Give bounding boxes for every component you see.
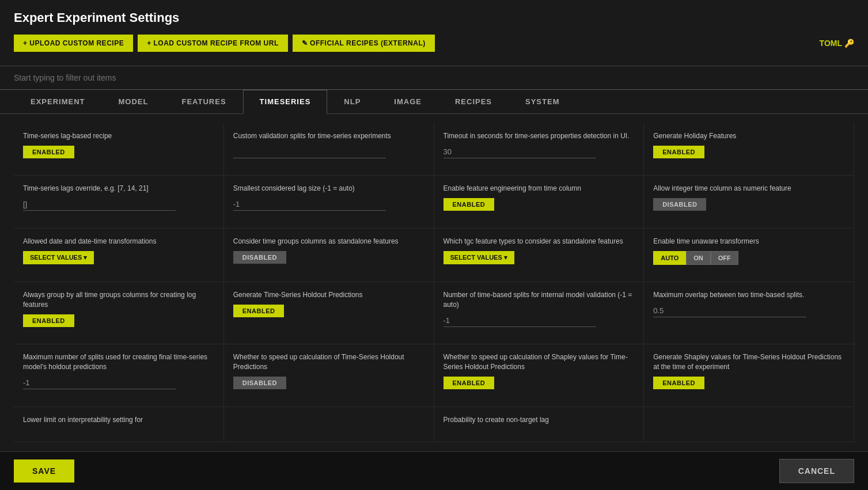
tab-model[interactable]: MODEL bbox=[102, 90, 165, 113]
toggle-off[interactable]: OFF bbox=[711, 251, 738, 265]
enabled-btn-holiday[interactable]: ENABLED bbox=[653, 146, 704, 158]
tab-timeseries[interactable]: TIMESERIES bbox=[243, 90, 328, 114]
setting-group-time-groups: Always group by all time groups columns … bbox=[14, 282, 224, 344]
setting-generate-shapley: Generate Shapley values for Time-Series … bbox=[644, 344, 854, 407]
setting-max-splits-holdout: Maximum number of splits used for creati… bbox=[14, 344, 224, 407]
toml-label[interactable]: TOML 🔑 bbox=[820, 39, 854, 48]
enabled-btn-gen-shapley[interactable]: ENABLED bbox=[653, 377, 704, 389]
setting-speed-shapley: Whether to speed up calculation of Shapl… bbox=[434, 344, 645, 407]
enabled-btn-feat-eng[interactable]: ENABLED bbox=[444, 198, 495, 211]
toggle-auto[interactable]: AUTO bbox=[653, 251, 686, 265]
save-button[interactable]: SAVE bbox=[14, 459, 74, 483]
input-lags-override[interactable] bbox=[23, 198, 176, 211]
disabled-btn-speed-holdout[interactable]: DISABLED bbox=[233, 377, 286, 389]
setting-feature-engineering-time: Enable feature engineering from time col… bbox=[434, 176, 645, 228]
setting-non-target-lag: Probability to create non-target lag bbox=[434, 407, 645, 442]
setting-generate-holiday: Generate Holiday Features ENABLED bbox=[644, 123, 854, 176]
toolbar: + UPLOAD CUSTOM RECIPE + LOAD CUSTOM REC… bbox=[14, 35, 854, 52]
input-timeout[interactable] bbox=[444, 146, 596, 158]
setting-timeseries-lag-recipe: Time-series lag-based recipe ENABLED bbox=[14, 123, 224, 176]
enabled-btn-speed-shapley[interactable]: ENABLED bbox=[444, 377, 495, 389]
footer: SAVE CANCEL bbox=[0, 451, 868, 490]
toggle-on[interactable]: ON bbox=[686, 251, 711, 265]
setting-speed-holdout: Whether to speed up calculation of Time-… bbox=[224, 344, 434, 407]
tab-nlp[interactable]: NLP bbox=[327, 90, 377, 113]
official-recipes-button[interactable]: ✎ OFFICIAL RECIPES (EXTERNAL) bbox=[293, 35, 435, 52]
setting-timeout-detection: Timeout in seconds for time-series prope… bbox=[434, 123, 645, 176]
disabled-btn-time-groups[interactable]: DISABLED bbox=[233, 251, 286, 264]
enabled-btn-lag-recipe[interactable]: ENABLED bbox=[23, 146, 74, 158]
input-custom-validation[interactable] bbox=[233, 146, 386, 158]
setting-max-overlap: Maximum overlap between two time-based s… bbox=[644, 282, 854, 344]
setting-time-based-splits: Number of time-based splits for internal… bbox=[434, 282, 645, 344]
load-url-button[interactable]: + LOAD CUSTOM RECIPE FROM URL bbox=[138, 35, 288, 52]
tab-features[interactable]: FEATURES bbox=[165, 90, 242, 113]
setting-empty-1 bbox=[224, 407, 434, 442]
tab-image[interactable]: IMAGE bbox=[377, 90, 438, 113]
input-max-splits-holdout[interactable] bbox=[23, 377, 176, 389]
header: Expert Experiment Settings + UPLOAD CUST… bbox=[0, 0, 868, 66]
enabled-btn-group-time[interactable]: ENABLED bbox=[23, 314, 74, 327]
setting-generate-holdout: Generate Time-Series Holdout Predictions… bbox=[224, 282, 434, 344]
content-area: Time-series lag-based recipe ENABLED Cus… bbox=[0, 114, 868, 451]
select-values-tgc[interactable]: SELECT VALUES ▾ bbox=[444, 251, 514, 264]
setting-integer-time-numeric: Allow integer time column as numeric fea… bbox=[644, 176, 854, 228]
filter-bar bbox=[0, 71, 868, 90]
filter-input[interactable] bbox=[14, 71, 854, 85]
select-values-date-transform[interactable]: SELECT VALUES ▾ bbox=[23, 251, 94, 264]
setting-date-transformations: Allowed date and date-time transformatio… bbox=[14, 229, 224, 282]
settings-grid: Time-series lag-based recipe ENABLED Cus… bbox=[0, 114, 868, 451]
input-smallest-lag[interactable] bbox=[233, 198, 386, 211]
toml-text: TOML bbox=[820, 39, 842, 48]
setting-smallest-lag: Smallest considered lag size (-1 = auto) bbox=[224, 176, 434, 228]
setting-empty-2 bbox=[644, 407, 854, 442]
tab-experiment[interactable]: EXPERIMENT bbox=[14, 90, 102, 113]
setting-lags-override: Time-series lags override, e.g. [7, 14, … bbox=[14, 176, 224, 228]
tab-recipes[interactable]: RECIPES bbox=[438, 90, 509, 113]
tabs-bar: EXPERIMENT MODEL FEATURES TIMESERIES NLP… bbox=[0, 90, 868, 114]
setting-interpretability: Lower limit on interpretability setting … bbox=[14, 407, 224, 442]
upload-recipe-button[interactable]: + UPLOAD CUSTOM RECIPE bbox=[14, 35, 133, 52]
cancel-button[interactable]: CANCEL bbox=[779, 459, 854, 483]
setting-tgc-feature-types: Which tgc feature types to consider as s… bbox=[434, 229, 645, 282]
tab-system[interactable]: SYSTEM bbox=[509, 90, 576, 113]
toml-icon: 🔑 bbox=[844, 39, 854, 48]
disabled-btn-int-time[interactable]: DISABLED bbox=[653, 198, 706, 211]
setting-time-unaware-transformers: Enable time unaware transformers AUTO ON… bbox=[644, 229, 854, 282]
setting-custom-validation-splits: Custom validation splits for time-series… bbox=[224, 123, 434, 176]
page-title: Expert Experiment Settings bbox=[14, 10, 854, 25]
enabled-btn-holdout[interactable]: ENABLED bbox=[233, 305, 285, 317]
input-time-splits[interactable] bbox=[444, 314, 596, 327]
toggle-time-unaware: AUTO ON OFF bbox=[653, 251, 844, 265]
input-max-overlap[interactable] bbox=[653, 305, 806, 317]
setting-time-groups-standalone: Consider time groups columns as standalo… bbox=[224, 229, 434, 282]
